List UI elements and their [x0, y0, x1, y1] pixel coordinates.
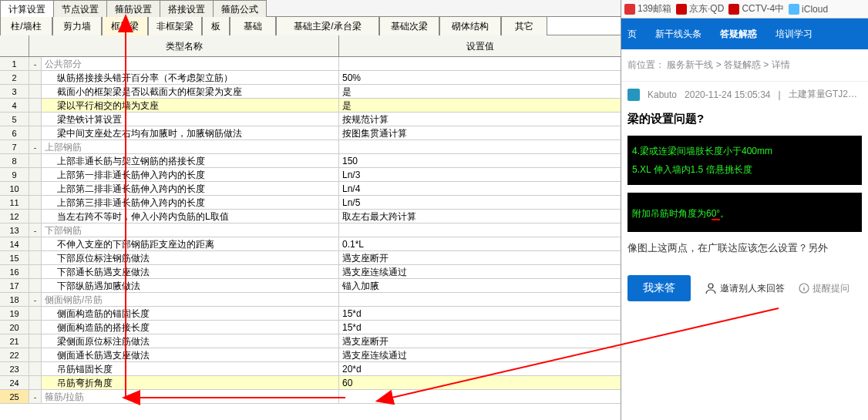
table-row[interactable]: 16下部通长筋遇支座做法遇支座连续通过	[0, 265, 621, 279]
top-tab-2[interactable]: 箍筋设置	[106, 0, 160, 17]
cell-value[interactable]: Ln/3	[339, 168, 621, 181]
svg-point-0	[708, 284, 713, 288]
nav-item-3[interactable]: 培训学习	[775, 28, 812, 41]
table-row[interactable]: 6梁中间支座处左右均有加腋时，加腋钢筋做法按图集贯通计算	[0, 126, 621, 140]
cell-value[interactable]	[339, 390, 621, 403]
cell-name: 下部通长筋遇支座做法	[42, 265, 339, 278]
toggle-icon[interactable]: -	[29, 223, 42, 237]
cell-value[interactable]	[339, 293, 621, 306]
cell-value[interactable]: 是	[339, 99, 621, 112]
toggle-icon	[29, 265, 42, 278]
nav-item-1[interactable]: 新干线头条	[655, 28, 701, 41]
table-row[interactable]: 7-上部钢筋	[0, 140, 621, 154]
table-row[interactable]: 4梁以平行相交的墙为支座是	[0, 99, 621, 113]
cell-value[interactable]: Ln/4	[339, 182, 621, 195]
cell-value[interactable]: Ln/5	[339, 196, 621, 209]
table-row[interactable]: 19侧面构造筋的锚固长度15*d	[0, 307, 621, 321]
cell-value[interactable]	[339, 223, 621, 237]
toggle-icon[interactable]: -	[29, 390, 42, 403]
post-author[interactable]: Kabuto	[648, 89, 677, 100]
browser-tab-3[interactable]: iCloud	[789, 4, 828, 15]
sub-tab-7[interactable]: 基础次梁	[379, 17, 439, 35]
nav-item-0[interactable]: 页	[627, 28, 637, 41]
row-number: 24	[0, 376, 29, 389]
cell-value[interactable]: 60	[339, 376, 621, 389]
cell-value[interactable]: 15*d	[339, 307, 621, 320]
cell-value[interactable]: 150	[339, 154, 621, 167]
row-number: 13	[0, 223, 29, 237]
cell-name: 下部钢筋	[42, 223, 339, 237]
favicon	[728, 4, 739, 15]
cell-name: 公共部分	[42, 57, 339, 70]
cell-value[interactable]: 50%	[339, 71, 621, 84]
sub-tab-2[interactable]: 框架梁	[102, 17, 148, 35]
cell-value[interactable]: 是	[339, 85, 621, 98]
sub-tab-8[interactable]: 砌体结构	[439, 17, 501, 35]
cell-value[interactable]	[339, 140, 621, 153]
table-row[interactable]: 1-公共部分	[0, 57, 621, 71]
browser-tab-2[interactable]: CCTV-4中	[728, 2, 784, 15]
table-row[interactable]: 3截面小的框架梁是否以截面大的框架梁为支座是	[0, 85, 621, 99]
cell-value[interactable]: 20*d	[339, 362, 621, 375]
table-row[interactable]: 14不伸入支座的下部钢筋距支座边的距离0.1*L	[0, 237, 621, 251]
nav-item-2[interactable]: 答疑解惑	[720, 28, 757, 41]
row-number: 20	[0, 321, 29, 334]
row-number: 22	[0, 348, 29, 361]
cell-name: 当左右跨不等时，伸入小跨内负筋的L取值	[42, 210, 339, 223]
row-number: 3	[0, 85, 29, 98]
browser-tab-1[interactable]: 京东·QD	[676, 2, 724, 15]
table-row[interactable]: 20侧面构造筋的搭接长度15*d	[0, 321, 621, 334]
top-tab-1[interactable]: 节点设置	[53, 0, 107, 17]
cell-value[interactable]: 按图集贯通计算	[339, 126, 621, 139]
top-tab-0[interactable]: 计算设置	[0, 0, 54, 17]
cell-value[interactable]: 取左右最大跨计算	[339, 210, 621, 223]
table-row[interactable]: 11上部第三排非通长筋伸入跨内的长度Ln/5	[0, 196, 621, 210]
sub-tab-4[interactable]: 板	[202, 17, 230, 35]
table-row[interactable]: 5梁垫铁计算设置按规范计算	[0, 113, 621, 126]
table-row[interactable]: 9上部第一排非通长筋伸入跨内的长度Ln/3	[0, 168, 621, 182]
answer-button[interactable]: 我来答	[627, 275, 691, 301]
table-row[interactable]: 23吊筋锚固长度20*d	[0, 362, 621, 376]
table-row[interactable]: 8上部非通长筋与架立钢筋的搭接长度150	[0, 154, 621, 168]
toggle-icon	[29, 362, 42, 375]
cell-value[interactable]: 遇支座断开	[339, 251, 621, 264]
cell-value[interactable]: 遇支座连续通过	[339, 265, 621, 278]
sub-tab-0[interactable]: 柱/墙柱	[0, 17, 52, 35]
toggle-icon[interactable]: -	[29, 293, 42, 306]
cell-value[interactable]: 15*d	[339, 321, 621, 334]
post-category[interactable]: 土建算量GTJ2…	[789, 88, 857, 101]
remind-link[interactable]: 提醒提问	[799, 282, 849, 295]
table-row[interactable]: 10上部第二排非通长筋伸入跨内的长度Ln/4	[0, 182, 621, 196]
cell-name: 下部纵筋遇加腋做法	[42, 279, 339, 292]
cell-name: 梁侧面原位标注筋做法	[42, 334, 339, 348]
cell-value[interactable]: 0.1*L	[339, 237, 621, 250]
sub-tab-9[interactable]: 其它	[501, 17, 547, 35]
table-row[interactable]: 12当左右跨不等时，伸入小跨内负筋的L取值取左右最大跨计算	[0, 210, 621, 223]
sub-tab-3[interactable]: 非框架梁	[148, 17, 202, 35]
cell-value[interactable]	[339, 57, 621, 70]
browser-tab-0[interactable]: 139邮箱	[624, 2, 671, 15]
top-tab-4[interactable]: 箍筋公式	[213, 0, 267, 17]
sub-tab-1[interactable]: 剪力墙	[52, 17, 102, 35]
table-row[interactable]: 13-下部钢筋	[0, 223, 621, 237]
cell-value[interactable]: 锚入加腋	[339, 279, 621, 292]
table-row[interactable]: 17下部纵筋遇加腋做法锚入加腋	[0, 279, 621, 293]
table-row[interactable]: 25-箍筋/拉筋	[0, 390, 621, 404]
cell-value[interactable]: 遇支座断开	[339, 334, 621, 348]
top-tab-3[interactable]: 搭接设置	[160, 0, 214, 17]
toggle-icon	[29, 307, 42, 320]
cell-value[interactable]: 按规范计算	[339, 113, 621, 126]
cell-value[interactable]: 遇支座连续通过	[339, 348, 621, 361]
toggle-icon[interactable]: -	[29, 57, 42, 70]
table-row[interactable]: 2纵筋搭接接头错开百分率（不考虑架立筋）50%	[0, 71, 621, 85]
sub-tab-5[interactable]: 基础	[230, 17, 276, 35]
toggle-icon[interactable]: -	[29, 140, 42, 153]
table-row[interactable]: 22侧面通长筋遇支座做法遇支座连续通过	[0, 348, 621, 362]
table-row[interactable]: 24吊筋弯折角度60	[0, 376, 621, 390]
sub-tab-6[interactable]: 基础主梁/承台梁	[276, 17, 379, 35]
table-row[interactable]: 15下部原位标注钢筋做法遇支座断开	[0, 251, 621, 265]
invite-link[interactable]: 邀请别人来回答	[705, 282, 785, 295]
table-row[interactable]: 18-侧面钢筋/吊筋	[0, 293, 621, 307]
table-row[interactable]: 21梁侧面原位标注筋做法遇支座断开	[0, 334, 621, 348]
breadcrumb: 前位置： 服务新干线 > 答疑解惑 > 详情	[621, 49, 868, 82]
